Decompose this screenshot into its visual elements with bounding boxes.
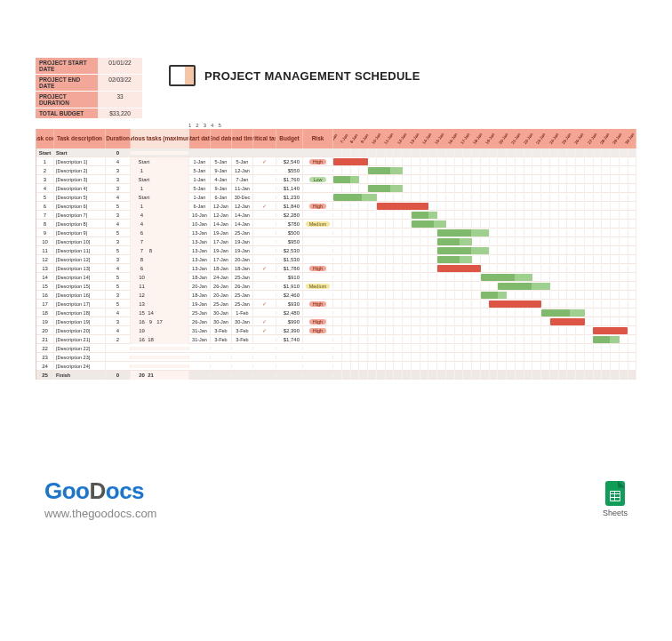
gantt-bar — [593, 336, 619, 343]
cell: $2,480 — [276, 308, 303, 317]
gantt-row — [333, 282, 636, 291]
cell-risk — [303, 258, 333, 261]
table-row: 14[Description 14]51018-Jan24-Jan25-Jan$… — [36, 273, 636, 282]
col-budget: Budget — [276, 129, 303, 148]
cell-risk: Low — [303, 175, 333, 184]
cell: 3-Feb — [232, 326, 253, 335]
cell — [253, 284, 276, 288]
day-header: 7-Jan — [340, 133, 349, 144]
cell-risk — [303, 373, 333, 377]
cell: 9-Jan — [211, 166, 232, 175]
table-row: 15[Description 15]51120-Jan26-Jan26-Jan$… — [36, 282, 636, 291]
col-start-date: Start date — [189, 129, 211, 148]
gantt-row — [333, 344, 636, 353]
table-row: 8[Description 8]4410-Jan14-Jan14-Jan$780… — [36, 220, 636, 228]
cell: ✓ — [253, 156, 276, 166]
cell: 19 — [36, 317, 54, 326]
cell: 1-Jan — [189, 193, 211, 202]
day-header: 19-Jan — [485, 132, 496, 146]
cell-risk: Medium — [303, 220, 333, 228]
project-info-block: PROJECT START DATE01/01/22 PROJECT END D… — [36, 58, 142, 119]
gantt-bar — [437, 256, 472, 263]
cell: 31-Jan — [189, 326, 211, 335]
day-header: 21-Jan — [511, 132, 522, 146]
cell: 6 — [36, 202, 54, 211]
cell: Start — [36, 148, 54, 157]
cell: [Description 12] — [54, 255, 106, 264]
cell — [253, 258, 276, 261]
cell-prev: 1 — [131, 166, 189, 175]
cell-risk — [303, 196, 333, 199]
table-row: 7[Description 7]3410-Jan12-Jan14-Jan$2,2… — [36, 211, 636, 220]
cell — [253, 249, 276, 252]
table-row: 4[Description 4]315-Jan9-Jan11-Jan$1,140 — [36, 184, 636, 193]
cell: ✓ — [253, 201, 276, 211]
cell-prev: 12 — [131, 291, 189, 300]
cell-prev: 1618 — [131, 335, 189, 344]
cell: 14-Jan — [232, 211, 253, 220]
gantt-row — [333, 291, 636, 300]
day-header: 27-Jan — [588, 132, 598, 146]
gantt-bar — [437, 229, 489, 236]
sheets-label: Sheets — [603, 509, 628, 517]
table-row: 5[Description 5]4Start1-Jan6-Jan30-Dec$1… — [36, 193, 636, 202]
cell: $2,460 — [276, 291, 303, 300]
table-row: 21[Description 21]2161831-Jan3-Feb3-Feb$… — [36, 335, 636, 344]
cell: [Description 8] — [54, 220, 106, 228]
cell-prev: 16917 — [131, 317, 189, 326]
cell-prev: 19 — [131, 326, 189, 335]
cell — [253, 196, 276, 199]
cell: 5 — [106, 246, 131, 255]
cell: $2,390 — [276, 326, 303, 335]
cell: 30-Jan — [232, 317, 253, 326]
cell: 16 — [36, 291, 54, 300]
cell: 11-Jan — [232, 184, 253, 193]
gantt-row — [333, 300, 636, 308]
template-page: PROJECT START DATE01/01/22 PROJECT END D… — [0, 0, 672, 547]
cell: 14 — [36, 273, 54, 282]
day-header: 25-Jan — [562, 132, 572, 146]
cell-prev: 1514 — [131, 308, 189, 317]
info-label-duration: PROJECT DURATION — [36, 92, 98, 108]
day-header: 23-Jan — [536, 132, 547, 146]
gantt-row — [333, 202, 636, 211]
gantt-bar — [489, 300, 540, 308]
cell: [Description 11] — [54, 246, 106, 255]
cell: 9 — [36, 228, 54, 237]
gantt-row — [333, 308, 636, 317]
table-row: 22[Description 22] — [36, 344, 636, 353]
cell: $910 — [276, 273, 303, 282]
cell: 26-Jan — [211, 282, 232, 291]
cell — [276, 356, 303, 359]
gantt-row — [333, 211, 636, 220]
cell-risk — [303, 311, 333, 315]
cell: 13-Jan — [189, 237, 211, 246]
gantt-row — [333, 326, 636, 335]
cell: [Description 18] — [54, 308, 106, 317]
cell — [211, 356, 232, 359]
cell: 9-Jan — [211, 184, 232, 193]
cell-prev: 10 — [131, 273, 189, 282]
cell — [253, 356, 276, 359]
cell — [253, 231, 276, 235]
cell: 12 — [36, 255, 54, 264]
table-row: 25Finish02021 — [36, 371, 636, 380]
risk-pill: High — [309, 159, 326, 164]
day-header: 17-Jan — [460, 132, 471, 146]
cell — [232, 151, 253, 155]
gantt-bar — [481, 274, 532, 281]
prev-index-num: 4 — [211, 123, 213, 128]
cell-risk: High — [303, 202, 333, 211]
cell-prev: 7 — [131, 237, 189, 246]
cell: $1,740 — [276, 335, 303, 344]
table-row: 17[Description 17]51319-Jan25-Jan25-Jan✓… — [36, 300, 636, 308]
day-header: 22-Jan — [524, 132, 534, 146]
prev-index-num: 3 — [204, 123, 206, 128]
cell — [253, 365, 276, 368]
cell: [Description 2] — [54, 166, 106, 175]
schedule-icon — [169, 65, 196, 86]
info-label-end: PROJECT END DATE — [36, 75, 98, 92]
col-duration: Duration — [106, 129, 131, 148]
cell — [211, 151, 232, 155]
page-title: PROJECT MANAGEMENT SCHEDULE — [204, 69, 420, 83]
